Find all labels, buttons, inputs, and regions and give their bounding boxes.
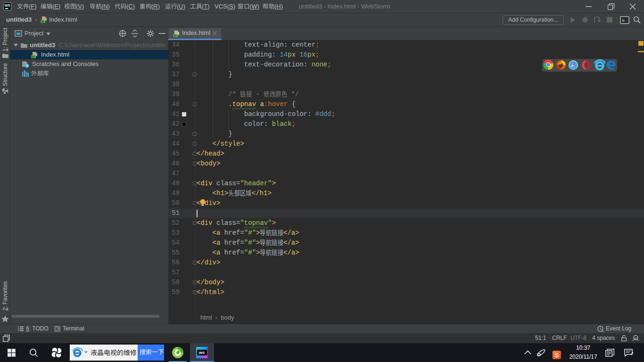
svg-text:H: H bbox=[174, 33, 176, 37]
svg-text:H: H bbox=[41, 19, 44, 23]
svg-text:H: H bbox=[32, 55, 34, 58]
